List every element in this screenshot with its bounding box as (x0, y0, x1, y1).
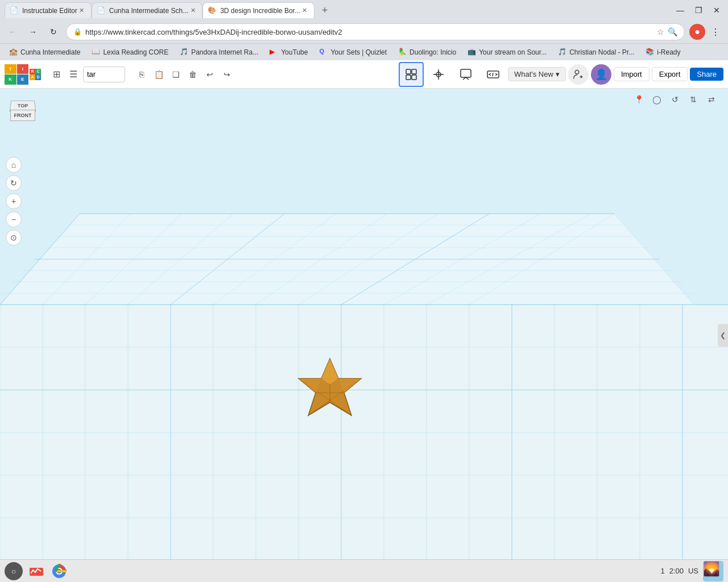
chrome-menu-button[interactable]: ⋮ (708, 24, 723, 40)
annotation-tool-button[interactable] (453, 62, 478, 87)
list-view-icon[interactable]: ☰ (66, 67, 81, 82)
import-button[interactable]: Import (614, 67, 650, 81)
sidebar-toggle-button[interactable]: ❮ (718, 324, 728, 347)
svg-rect-3 (412, 75, 416, 80)
whats-new-button[interactable]: What's New ▾ (508, 67, 566, 81)
bookmark-lexia-icon: 📖 (92, 48, 101, 57)
search-input[interactable] (87, 70, 121, 78)
bookmark-star-icon[interactable]: ☆ (657, 27, 664, 36)
bookmark-quizlet[interactable]: Q Your Sets | Quizlet (315, 47, 391, 58)
user-avatar[interactable]: 👤 (591, 64, 611, 85)
shapes-tool-button[interactable] (399, 62, 424, 87)
bookmark-iready-icon: 📚 (646, 48, 655, 57)
bookmark-quizlet-label: Your Sets | Quizlet (330, 48, 387, 56)
window-controls: — ❐ ✕ (673, 3, 723, 17)
whats-new-dropdown-icon: ▾ (556, 70, 560, 78)
taskbar-right: 1 2:00 US 🌄 (660, 561, 723, 581)
tab-cunha[interactable]: 📄 Cunha Intermediate Sch... ✕ (92, 2, 202, 18)
bookmark-christian-label: Christian Nodal - Pr... (569, 48, 634, 56)
tab-tinkercad[interactable]: 🎨 3D design Incredible Bor... ✕ (202, 2, 315, 18)
taskbar-icon-graph[interactable] (27, 562, 46, 580)
redo-button[interactable]: ↪ (220, 67, 234, 82)
export-button[interactable]: Export (652, 67, 688, 81)
bookmark-pandora-label: Pandora Internet Ra... (191, 48, 258, 56)
mirror-horizontal-icon[interactable]: ⇄ (704, 92, 719, 107)
bookmark-christian-icon: 🎵 (558, 48, 567, 57)
bookmark-duolingo[interactable]: 🦜 Duolingo: Inicio (394, 47, 461, 58)
task-indicator: 1 (660, 567, 664, 575)
bookmark-youtube-label: YouTube (281, 48, 308, 56)
bookmark-cunha-icon: 🏫 (9, 48, 18, 57)
taskbar-us-label: US (688, 567, 698, 575)
undo-button[interactable]: ↩ (202, 67, 217, 82)
bookmark-duolingo-icon: 🦜 (398, 48, 407, 57)
grid-container (0, 89, 728, 582)
bookmark-cunha[interactable]: 🏫 Cunha Intermediate (5, 47, 85, 58)
bookmarks-bar: 🏫 Cunha Intermediate 📖 Lexia Reading COR… (0, 43, 728, 60)
add-person-button[interactable] (568, 64, 589, 85)
logo-cell-n: K (5, 74, 16, 85)
address-icons: ☆ 🔍 (657, 27, 677, 36)
bookmark-stream-label: Your stream on Sour... (479, 48, 547, 56)
tinkercad-logo[interactable]: T I K E R C A D (5, 64, 41, 85)
taskbar-avatar[interactable]: 🌄 (703, 561, 723, 581)
bookmark-pandora[interactable]: 🎵 Pandora Internet Ra... (175, 47, 263, 58)
tab1-close-icon[interactable]: ✕ (77, 6, 86, 15)
bookmark-stream[interactable]: 📺 Your stream on Sour... (463, 47, 551, 58)
new-tab-button[interactable]: + (317, 2, 333, 18)
codeblocks-tool-button[interactable] (481, 62, 506, 87)
minimize-button[interactable]: — (673, 3, 687, 17)
tab-list: 📄 Instructable Editor ✕ 📄 Cunha Intermed… (5, 2, 673, 18)
cube-top-label: TOP (18, 103, 28, 109)
duplicate-button[interactable]: ❑ (168, 67, 183, 82)
back-button[interactable]: ← (5, 24, 20, 40)
bookmark-lexia[interactable]: 📖 Lexia Reading CORE (87, 47, 173, 58)
forward-button[interactable]: → (25, 24, 41, 40)
address-bar: ← → ↻ 🔒 https://www.tinkercad.com/things… (0, 20, 728, 43)
inspect-tool-button[interactable] (426, 62, 451, 87)
viewport-action-buttons: 📍 ◯ ↺ ⇅ ⇄ (631, 92, 719, 107)
delete-button[interactable]: 🗑 (185, 67, 200, 82)
bookmark-iready[interactable]: 📚 i-Ready (641, 47, 685, 58)
share-button[interactable]: Share (690, 68, 723, 81)
bookmark-christian[interactable]: 🎵 Christian Nodal - Pr... (553, 47, 639, 58)
zoom-in-button[interactable]: + (6, 193, 22, 209)
copy-button[interactable]: ⎘ (134, 67, 149, 82)
maximize-button[interactable]: ❐ (692, 3, 705, 17)
tinkercad-topbar: T I K E R C A D ⊞ (0, 60, 728, 89)
tab3-close-icon[interactable]: ✕ (300, 6, 309, 15)
address-box[interactable]: 🔒 https://www.tinkercad.com/things/5ve3H… (66, 23, 685, 40)
search-box[interactable] (83, 66, 125, 82)
bookmark-quizlet-icon: Q (319, 48, 328, 57)
zoom-out-button[interactable]: − (6, 211, 22, 227)
camera-controls: ⌂ ↻ + − ⊙ (6, 157, 22, 246)
grid-view-icon[interactable]: ⊞ (49, 67, 64, 82)
search-icon[interactable]: 🔍 (668, 27, 677, 36)
fit-button[interactable]: ⊙ (6, 230, 22, 246)
bookmark-youtube[interactable]: ▶ YouTube (265, 47, 312, 58)
tab-instructable[interactable]: 📄 Instructable Editor ✕ (5, 2, 92, 18)
tab2-close-icon[interactable]: ✕ (188, 6, 197, 15)
action-buttons: Import Export Share (614, 67, 723, 81)
cube-front-label: FRONT (14, 113, 32, 118)
viewport[interactable]: TOP FRONT ⌂ ↻ + − ⊙ ❮ Edit Grid (0, 89, 728, 582)
bookmark-duolingo-label: Duolingo: Inicio (410, 48, 456, 56)
refresh-button[interactable]: ↻ (46, 24, 61, 40)
taskbar-icon-chrome[interactable] (50, 562, 68, 580)
view-cube[interactable]: TOP FRONT (6, 100, 40, 134)
paste-button[interactable]: 📋 (151, 67, 166, 82)
shape-outline-icon[interactable]: ◯ (650, 92, 664, 107)
rotate-icon[interactable]: ↺ (668, 92, 682, 107)
tab2-favicon: 📄 (97, 6, 106, 15)
orbit-camera-button[interactable]: ↻ (6, 175, 22, 191)
location-pin-icon[interactable]: 📍 (631, 92, 646, 107)
close-button[interactable]: ✕ (710, 3, 723, 17)
edit-toolbar: ⎘ 📋 ❑ 🗑 ↩ ↪ (134, 67, 234, 82)
mirror-vertical-icon[interactable]: ⇅ (686, 92, 701, 107)
cube-front-face[interactable]: FRONT (10, 110, 35, 121)
title-bar: 📄 Instructable Editor ✕ 📄 Cunha Intermed… (0, 0, 728, 20)
home-camera-button[interactable]: ⌂ (6, 157, 22, 173)
logo-cell-r: R (30, 69, 35, 74)
start-button[interactable]: ○ (5, 562, 23, 580)
profile-icon[interactable]: ● (689, 24, 705, 40)
